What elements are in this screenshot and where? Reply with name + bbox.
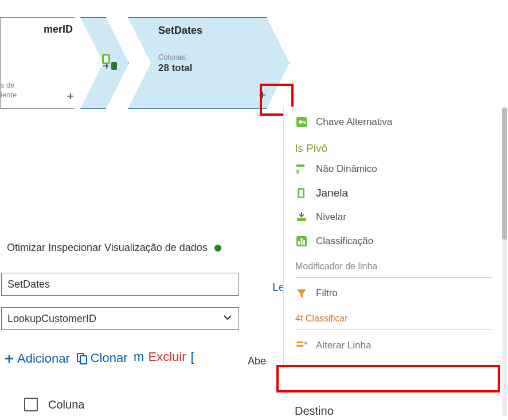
dataflow-canvas[interactable]: merID s de iente + SetDates Colunas: 28 …: [0, 0, 508, 420]
menu-scrollbar[interactable]: [502, 107, 507, 416]
alter-row-icon: [295, 339, 308, 352]
menu-group-classificar: 4t Classificar: [284, 305, 503, 326]
menu-item-chave-alternativa[interactable]: Chave Alternativa: [284, 110, 503, 134]
delete-column-button[interactable]: m Excluir [: [134, 350, 194, 364]
column-actions: Adicionar Clonar m Excluir [: [3, 350, 194, 366]
node-title: merID: [1, 23, 92, 36]
menu-item-alterar-linha[interactable]: Alterar Linha: [284, 333, 503, 358]
select-all-checkbox[interactable]: [24, 398, 38, 411]
menu-group-destino: Destino: [295, 405, 334, 418]
truncated-text: Abe: [248, 355, 266, 367]
svg-text:m: m: [134, 350, 144, 364]
menu-item-nivelar[interactable]: Nivelar: [284, 205, 503, 229]
output-name-value: SetDates: [7, 278, 50, 291]
node-title: SetDates: [158, 25, 279, 37]
svg-rect-20: [296, 345, 303, 347]
svg-rect-18: [303, 240, 305, 245]
scrollbar-thumb[interactable]: [502, 108, 507, 240]
plus-icon: [3, 353, 15, 364]
derived-column-icon: [101, 52, 120, 73]
flatten-icon: [295, 211, 308, 223]
menu-item-janela[interactable]: Janela: [284, 181, 503, 205]
add-step-menu: Chave Alternativa ls Pivô Não Dinâmico J…: [283, 107, 503, 369]
svg-rect-2: [111, 62, 117, 70]
inspector-tabs[interactable]: Otimizar Inspecionar Visualização de dad…: [7, 242, 221, 254]
inspector-tabs-label: Otimizar Inspecionar Visualização de dad…: [7, 242, 208, 254]
node-set-dates[interactable]: SetDates Colunas: 28 total +: [128, 17, 290, 109]
menu-group-mod-linha: Modificador de linha: [284, 253, 503, 274]
add-column-button[interactable]: Adicionar: [3, 351, 70, 366]
node-sub: s de iente: [1, 81, 17, 100]
menu-group-pivo: ls Pivô: [284, 134, 503, 157]
output-name-input[interactable]: SetDates: [1, 273, 239, 296]
unpivot-icon: [295, 163, 308, 175]
menu-item-classificacao[interactable]: Classificação: [284, 229, 503, 253]
clone-icon: [76, 352, 88, 364]
svg-rect-10: [296, 164, 304, 167]
chevron-down-icon: [222, 312, 233, 325]
clone-column-button[interactable]: Clonar: [76, 351, 128, 366]
node-lookup-customer-id[interactable]: merID s de iente +: [0, 17, 97, 109]
window-icon: [295, 187, 308, 199]
rank-icon: [295, 235, 308, 248]
trash-icon: m: [134, 350, 146, 364]
menu-divider: [295, 329, 492, 330]
incoming-stream-value: LookupCustomerID: [7, 313, 96, 325]
svg-rect-16: [298, 241, 300, 245]
column-header-label: Coluna: [48, 398, 84, 411]
node-colunas-label: Colunas:: [158, 53, 279, 61]
incoming-stream-select[interactable]: LookupCustomerID: [1, 307, 239, 330]
svg-rect-11: [296, 170, 299, 174]
svg-rect-13: [299, 190, 303, 197]
menu-item-nao-dinamico[interactable]: Não Dinâmico: [284, 157, 503, 181]
menu-divider: [295, 277, 492, 278]
svg-rect-9: [304, 121, 306, 124]
svg-rect-1: [104, 56, 108, 62]
add-step-button[interactable]: +: [67, 89, 74, 104]
svg-rect-17: [301, 238, 303, 245]
svg-rect-19: [296, 342, 303, 343]
menu-item-filtro[interactable]: Filtro: [284, 281, 503, 305]
status-dot-icon: [214, 245, 221, 252]
column-header-row: Coluna: [24, 398, 84, 411]
filter-icon: [295, 287, 308, 300]
highlight-box-alter-row: [276, 365, 500, 392]
surrogate-key-icon: [295, 116, 308, 128]
node-colunas-value: 28 total: [158, 62, 279, 74]
svg-rect-4: [80, 356, 87, 364]
svg-rect-14: [297, 218, 306, 221]
add-step-button[interactable]: +: [259, 88, 266, 103]
